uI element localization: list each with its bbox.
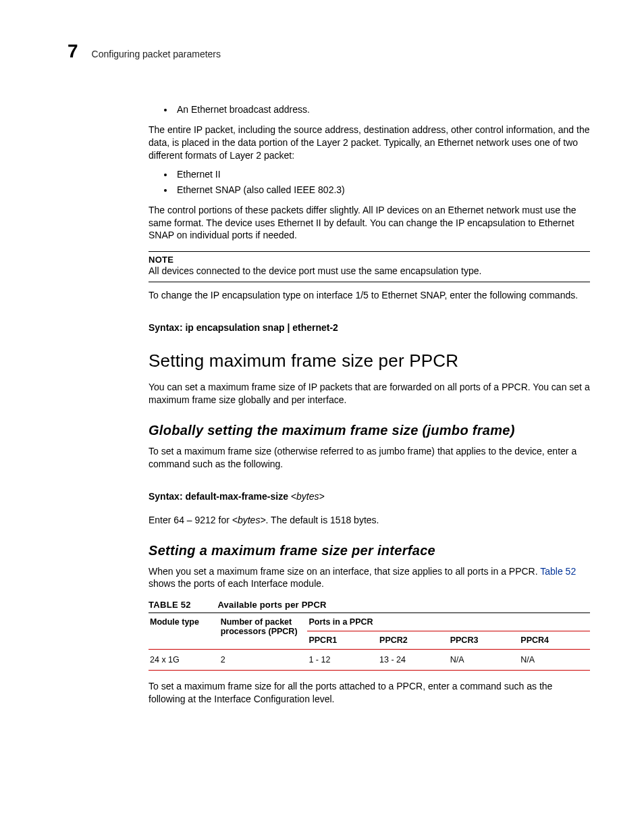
subsection-heading: Globally setting the maximum frame size …: [149, 423, 590, 438]
bullet-item: Ethernet SNAP (also called IEEE 802.3): [174, 183, 590, 197]
note-block: NOTE All devices connected to the device…: [149, 251, 590, 282]
table-row: 24 x 1G 2 1 - 12 13 - 24 N/A N/A: [149, 650, 590, 671]
text-span: shows the ports of each Interface module…: [149, 578, 324, 589]
syntax-line: Syntax: ip encapsulation snap | ethernet…: [149, 322, 590, 333]
text-span: Enter 64 – 9212 for: [149, 515, 232, 525]
page-header: 7 Configuring packet parameters: [68, 41, 590, 62]
chapter-number: 7: [68, 41, 78, 62]
paragraph: Enter 64 – 9212 for <bytes>. The default…: [149, 514, 590, 527]
th-ppcr1: PPCR1: [307, 631, 378, 650]
paragraph: You can set a maximum frame size of IP p…: [149, 381, 590, 407]
th-numpp: Number of packet processors (PPCR): [219, 613, 308, 650]
syntax-arg: <bytes>: [288, 491, 325, 502]
cell-module: 24 x 1G: [149, 650, 219, 671]
bullet-item: Ethernet II: [174, 167, 590, 182]
ports-table: Module type Number of packet processors …: [149, 613, 590, 671]
text-span: . The default is 1518 bytes.: [266, 515, 379, 525]
table-caption: Available ports per PPCR: [217, 600, 326, 610]
page-container: 7 Configuring packet parameters An Ether…: [0, 0, 644, 752]
paragraph: To set a maximum frame size for all the …: [149, 680, 590, 706]
subsection-heading: Setting a maximum frame size per interfa…: [149, 543, 590, 558]
th-module: Module type: [149, 613, 219, 650]
syntax-command: ip encapsulation snap | ethernet-2: [183, 322, 338, 333]
th-ports: Ports in a PPCR: [307, 613, 590, 631]
paragraph: To change the IP encapsulation type on i…: [149, 289, 590, 302]
cell-num: 2: [219, 650, 308, 671]
syntax-label: Syntax:: [149, 491, 183, 502]
syntax-line: Syntax: default-max-frame-size <bytes>: [149, 491, 590, 502]
th-ppcr3: PPCR3: [449, 631, 520, 650]
paragraph: When you set a maximum frame size on an …: [149, 565, 590, 591]
note-body: All devices connected to the device port…: [149, 265, 590, 278]
bullet-list-1: An Ethernet broadcast address.: [149, 103, 590, 117]
cell-p4: N/A: [519, 650, 590, 671]
paragraph: The control portions of these packets di…: [149, 204, 590, 242]
note-label: NOTE: [149, 255, 590, 265]
table-caption-row: TABLE 52 Available ports per PPCR: [149, 600, 590, 610]
bullet-list-2: Ethernet II Ethernet SNAP (also called I…: [149, 167, 590, 197]
paragraph: The entire IP packet, including the sour…: [149, 124, 590, 162]
arg-span: <bytes>: [232, 515, 266, 525]
th-ppcr4: PPCR4: [519, 631, 590, 650]
syntax-label: Syntax:: [149, 322, 183, 333]
syntax-command: default-max-frame-size: [183, 491, 288, 502]
cell-p1: 1 - 12: [307, 650, 378, 671]
body-content: An Ethernet broadcast address. The entir…: [149, 103, 590, 706]
bullet-item: An Ethernet broadcast address.: [174, 103, 590, 117]
table-label: TABLE 52: [149, 600, 191, 610]
chapter-title: Configuring packet parameters: [92, 49, 221, 59]
section-heading: Setting maximum frame size per PPCR: [149, 350, 590, 371]
text-span: When you set a maximum frame size on an …: [149, 566, 540, 577]
cell-p2: 13 - 24: [378, 650, 449, 671]
table-ref-link[interactable]: Table 52: [540, 566, 576, 577]
cell-p3: N/A: [449, 650, 520, 671]
paragraph: To set a maximum frame size (otherwise r…: [149, 445, 590, 471]
th-ppcr2: PPCR2: [378, 631, 449, 650]
